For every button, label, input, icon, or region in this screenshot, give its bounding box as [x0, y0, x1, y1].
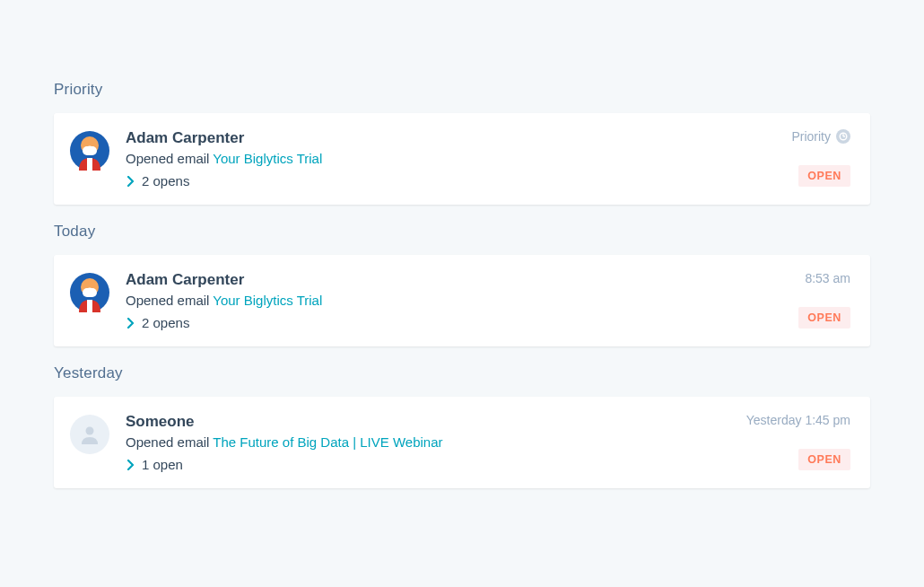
email-link[interactable]: The Future of Big Data | LIVE Webinar [213, 434, 442, 450]
info-icon [836, 129, 850, 144]
chevron-right-icon [127, 460, 135, 470]
activity-card[interactable]: Someone Opened email The Future of Big D… [54, 397, 870, 488]
section-header-priority: Priority [54, 81, 870, 99]
action-prefix: Opened email [126, 434, 213, 450]
svg-rect-3 [87, 158, 92, 171]
status-badge[interactable]: OPEN [798, 449, 850, 470]
activity-description: Opened email Your Biglytics Trial [126, 151, 775, 166]
person-icon [78, 423, 101, 446]
stats-text: 2 opens [142, 315, 189, 330]
stats-text: 2 opens [142, 173, 189, 188]
action-prefix: Opened email [126, 293, 213, 308]
svg-rect-11 [87, 300, 92, 312]
activity-card[interactable]: Adam Carpenter Opened email Your Biglyti… [54, 113, 870, 205]
activity-card[interactable]: Adam Carpenter Opened email Your Biglyti… [54, 255, 870, 346]
activity-description: Opened email The Future of Big Data | LI… [126, 434, 730, 450]
chevron-right-icon [127, 318, 135, 329]
section-header-today: Today [54, 223, 870, 241]
meta-label: 8:53 am [805, 271, 850, 285]
meta-info: Yesterday 1:45 pm [746, 413, 850, 427]
status-badge[interactable]: OPEN [798, 307, 850, 329]
stats-text: 1 open [142, 457, 183, 472]
stats-row[interactable]: 1 open [127, 457, 730, 472]
meta-label: Priority [791, 129, 831, 144]
contact-name: Adam Carpenter [126, 271, 782, 289]
contact-name: Adam Carpenter [126, 129, 775, 147]
email-link[interactable]: Your Biglytics Trial [213, 293, 322, 308]
status-badge[interactable]: OPEN [798, 165, 850, 187]
stats-row[interactable]: 2 opens [127, 315, 782, 330]
avatar [70, 131, 109, 171]
stats-row[interactable]: 2 opens [127, 173, 775, 188]
avatar-placeholder [70, 415, 109, 454]
contact-name: Someone [126, 413, 730, 431]
meta-info: Priority [791, 129, 850, 144]
email-link[interactable]: Your Biglytics Trial [213, 151, 322, 166]
avatar [70, 273, 109, 312]
meta-label: Yesterday 1:45 pm [746, 413, 850, 427]
section-header-yesterday: Yesterday [54, 364, 870, 382]
chevron-right-icon [127, 176, 135, 187]
activity-description: Opened email Your Biglytics Trial [126, 293, 782, 308]
action-prefix: Opened email [126, 151, 213, 166]
svg-point-12 [86, 427, 94, 435]
meta-info: 8:53 am [805, 271, 850, 285]
